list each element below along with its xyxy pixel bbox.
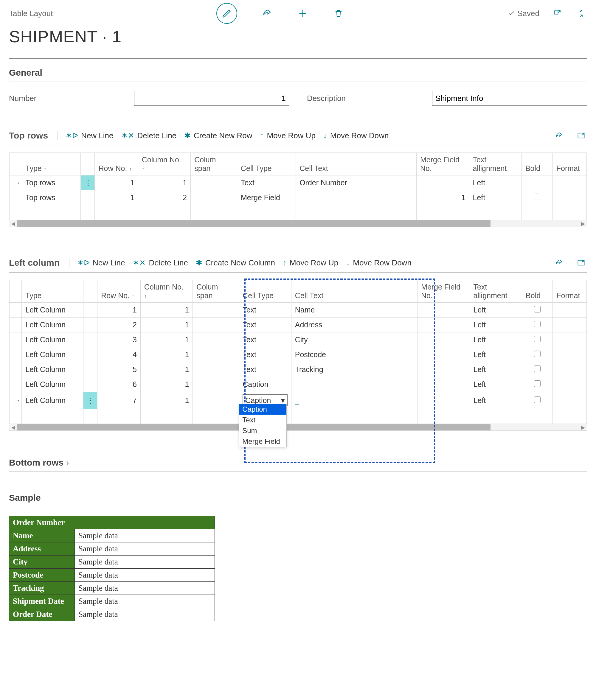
subpage-share-button[interactable]	[553, 130, 565, 141]
maximize-icon	[577, 259, 585, 267]
sample-label: Address	[9, 542, 75, 555]
move-up-action[interactable]: ↑Move Row Up	[260, 131, 316, 140]
sample-value: Sample data	[75, 542, 215, 555]
share-icon	[555, 259, 563, 267]
horizontal-scrollbar[interactable]: ◂▸	[9, 220, 587, 227]
move-down-action[interactable]: ↓Move Row Down	[323, 131, 389, 140]
number-label: Number	[9, 94, 36, 103]
arrow-down-icon: ↓	[323, 131, 327, 140]
trash-icon	[334, 8, 343, 19]
sample-label: City	[9, 555, 75, 569]
create-row-action[interactable]: ✱Create New Row	[184, 131, 252, 140]
section-heading-sample[interactable]: Sample	[9, 493, 587, 503]
top-rows-grid[interactable]: Type ↑ Row No. ↑ Column No.↑ Colum span …	[9, 153, 587, 227]
dotted-leader	[349, 94, 429, 101]
new-button[interactable]	[297, 7, 309, 19]
delete-line-icon: ✶✕	[121, 131, 134, 140]
horizontal-scrollbar[interactable]: ◂▸	[9, 424, 587, 431]
section-heading-top-rows[interactable]: Top rows	[9, 130, 48, 140]
check-icon	[508, 10, 515, 17]
subpage-maximize-button[interactable]	[575, 130, 587, 141]
collapse-icon	[577, 9, 586, 18]
section-heading-left-column[interactable]: Left column	[9, 258, 59, 268]
new-line-action[interactable]: ✶ᐅNew Line	[77, 258, 125, 267]
arrow-up-icon: ↑	[283, 258, 287, 267]
edit-button[interactable]	[216, 3, 237, 24]
table-row[interactable]	[9, 409, 587, 424]
sample-value: Sample data	[75, 569, 215, 582]
dropdown-option[interactable]: Sum	[239, 425, 287, 436]
move-down-action[interactable]: ↓Move Row Down	[346, 258, 412, 267]
description-label: Description	[307, 94, 346, 103]
sample-value: Sample data	[75, 529, 215, 542]
create-column-action[interactable]: ✱Create New Column	[196, 258, 275, 267]
create-row-icon: ✱	[184, 131, 191, 140]
sample-label: Order Date	[9, 608, 75, 621]
breadcrumb[interactable]: Table Layout	[9, 9, 53, 18]
popout-button[interactable]	[551, 7, 563, 19]
row-menu-button[interactable]: ⋮	[83, 392, 97, 409]
cell-type-dropdown-menu[interactable]: CaptionTextSumMerge Field	[239, 404, 287, 447]
sample-table: Order Number NameSample dataAddressSampl…	[9, 516, 215, 621]
maximize-icon	[577, 131, 585, 140]
popout-icon	[553, 9, 562, 18]
dropdown-option[interactable]: Caption	[239, 404, 287, 415]
section-heading-bottom-rows[interactable]: Bottom rows	[9, 458, 587, 468]
sample-label: Tracking	[9, 582, 75, 595]
delete-line-action[interactable]: ✶✕Delete Line	[121, 131, 177, 140]
subpage-maximize-button[interactable]	[575, 257, 587, 269]
table-row[interactable]: Left Column 1 1 Text Name Left	[9, 303, 587, 317]
subpage-share-button[interactable]	[553, 257, 565, 269]
description-field[interactable]	[432, 91, 587, 106]
sample-value: Sample data	[75, 555, 215, 569]
page-title: SHIPMENT · 1	[9, 27, 587, 46]
sample-label: Shipment Date	[9, 595, 75, 608]
left-column-grid[interactable]: Type Row No. ↑ Column No.↑ Colum span Ce…	[9, 280, 587, 431]
saved-indicator: Saved	[508, 9, 539, 18]
pencil-icon	[222, 8, 232, 19]
delete-button[interactable]	[332, 7, 345, 19]
share-button[interactable]	[261, 7, 273, 19]
dotted-leader	[39, 94, 131, 101]
dropdown-option[interactable]: Text	[239, 415, 287, 425]
divider	[9, 82, 587, 82]
arrow-down-icon: ↓	[346, 258, 350, 267]
divider	[9, 58, 587, 59]
table-row[interactable]: → Top rows ⋮ 1 1 Text Order Number Left	[9, 176, 587, 190]
dropdown-option[interactable]: Merge Field	[239, 436, 287, 447]
sample-value: Sample data	[75, 595, 215, 608]
table-row[interactable]: Left Column 3 1 Text City Left	[9, 332, 587, 347]
share-icon	[555, 131, 563, 140]
new-line-icon: ✶ᐅ	[77, 258, 90, 267]
sample-label: Name	[9, 529, 75, 542]
number-field[interactable]	[134, 91, 289, 106]
table-row[interactable]: Left Column 2 1 Text Address Left	[9, 317, 587, 332]
sample-value: Sample data	[75, 582, 215, 595]
new-line-icon: ✶ᐅ	[66, 131, 78, 140]
row-menu-button[interactable]: ⋮	[80, 176, 95, 190]
new-line-action[interactable]: ✶ᐅNew Line	[66, 131, 113, 140]
create-column-icon: ✱	[196, 258, 202, 267]
plus-icon	[298, 8, 308, 19]
sample-label: Postcode	[9, 569, 75, 582]
chevron-down-icon: ▾	[281, 396, 285, 405]
table-row[interactable]: → Left Column ⋮ 7 1 Caption▾ CaptionText…	[9, 392, 587, 409]
section-heading-general[interactable]: General	[9, 68, 587, 78]
arrow-up-icon: ↑	[260, 131, 264, 140]
move-up-action[interactable]: ↑Move Row Up	[283, 258, 338, 267]
delete-line-icon: ✶✕	[132, 258, 146, 267]
table-row[interactable]: Left Column 5 1 Text Tracking Left	[9, 362, 587, 377]
table-row[interactable]: Left Column 6 1 Caption Left	[9, 377, 587, 392]
table-row[interactable]	[9, 205, 587, 220]
table-row[interactable]: Left Column 4 1 Text Postcode Left	[9, 347, 587, 362]
table-row[interactable]: Top rows 1 2 Merge Field 1 Left	[9, 190, 587, 205]
sample-value: Sample data	[75, 608, 215, 621]
share-icon	[262, 8, 272, 19]
delete-line-action[interactable]: ✶✕Delete Line	[132, 258, 188, 267]
collapse-button[interactable]	[575, 7, 587, 19]
